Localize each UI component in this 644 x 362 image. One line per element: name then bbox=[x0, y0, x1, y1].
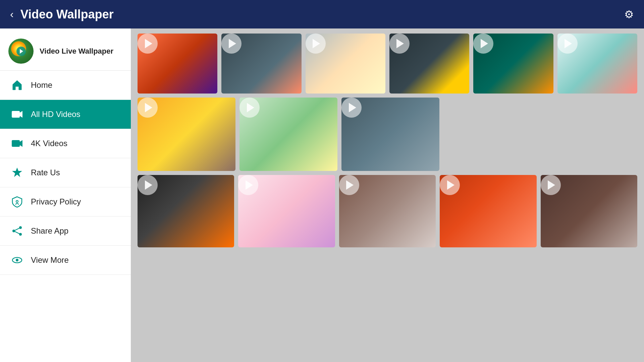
profile-name: Video Live Wallpaper bbox=[40, 47, 113, 56]
home-icon bbox=[10, 78, 24, 92]
svg-marker-1 bbox=[20, 111, 22, 118]
sidebar-profile: Video Live Wallpaper bbox=[0, 34, 131, 71]
sidebar-item-4k-videos[interactable]: 4K Videos bbox=[0, 129, 131, 158]
sidebar: Video Live Wallpaper Home All HD Videos bbox=[0, 28, 131, 362]
sidebar-item-label-share: Share App bbox=[31, 226, 68, 236]
sidebar-item-privacy-policy[interactable]: Privacy Policy bbox=[0, 187, 131, 217]
sidebar-item-rate-us[interactable]: Rate Us bbox=[0, 158, 131, 187]
video-thumb-1[interactable] bbox=[138, 34, 217, 94]
sidebar-item-label-all-hd: All HD Videos bbox=[31, 110, 80, 119]
svg-marker-3 bbox=[20, 140, 22, 147]
svg-marker-4 bbox=[12, 168, 22, 177]
settings-button[interactable]: ⚙ bbox=[624, 8, 634, 21]
video-thumb-4[interactable] bbox=[389, 34, 469, 94]
page-title: Video Wallpaper bbox=[20, 7, 624, 21]
video-thumb-3[interactable] bbox=[306, 34, 385, 94]
sidebar-item-label-rate: Rate Us bbox=[31, 168, 60, 177]
video-thumb-11[interactable] bbox=[238, 175, 335, 247]
svg-line-9 bbox=[14, 228, 20, 231]
share-icon bbox=[10, 224, 24, 238]
video-thumb-7[interactable] bbox=[138, 98, 235, 171]
video-row-2 bbox=[138, 98, 439, 171]
sidebar-item-label-4k: 4K Videos bbox=[31, 139, 67, 148]
eye-icon bbox=[10, 253, 24, 267]
sidebar-item-share-app[interactable]: Share App bbox=[0, 217, 131, 246]
svg-point-6 bbox=[19, 226, 22, 229]
avatar bbox=[8, 39, 34, 64]
star-icon bbox=[10, 166, 24, 180]
video-thumb-10[interactable] bbox=[138, 175, 234, 247]
video-thumb-8[interactable] bbox=[239, 98, 337, 171]
sidebar-item-all-hd-videos[interactable]: All HD Videos bbox=[0, 100, 131, 129]
back-button[interactable]: ‹ bbox=[10, 8, 14, 20]
video-thumb-9[interactable] bbox=[341, 98, 439, 171]
video-thumb-5[interactable] bbox=[473, 34, 553, 94]
sidebar-item-label-privacy: Privacy Policy bbox=[31, 197, 81, 206]
sidebar-item-home[interactable]: Home bbox=[0, 71, 131, 100]
video-row-1 bbox=[138, 34, 637, 94]
video-thumb-6[interactable] bbox=[557, 34, 637, 94]
svg-line-10 bbox=[14, 231, 20, 234]
video-icon bbox=[10, 107, 24, 121]
svg-rect-0 bbox=[12, 111, 20, 118]
video-thumb-2[interactable] bbox=[221, 34, 301, 94]
video-4k-icon bbox=[10, 136, 24, 150]
sidebar-item-view-more[interactable]: View More bbox=[0, 246, 131, 275]
video-row-3 bbox=[138, 175, 637, 247]
shield-icon bbox=[10, 195, 24, 209]
svg-point-5 bbox=[16, 200, 18, 202]
svg-rect-2 bbox=[12, 140, 20, 147]
video-thumb-14[interactable] bbox=[541, 175, 637, 247]
video-thumb-13[interactable] bbox=[440, 175, 536, 247]
video-thumb-12[interactable] bbox=[339, 175, 436, 247]
content-area bbox=[131, 28, 644, 362]
svg-point-12 bbox=[16, 259, 18, 261]
avatar-play-icon bbox=[16, 47, 26, 56]
main-layout: Video Live Wallpaper Home All HD Videos bbox=[0, 0, 644, 362]
sidebar-item-label-home: Home bbox=[31, 80, 52, 90]
sidebar-item-label-view-more: View More bbox=[31, 255, 69, 265]
header: ‹ Video Wallpaper ⚙ bbox=[0, 0, 644, 28]
